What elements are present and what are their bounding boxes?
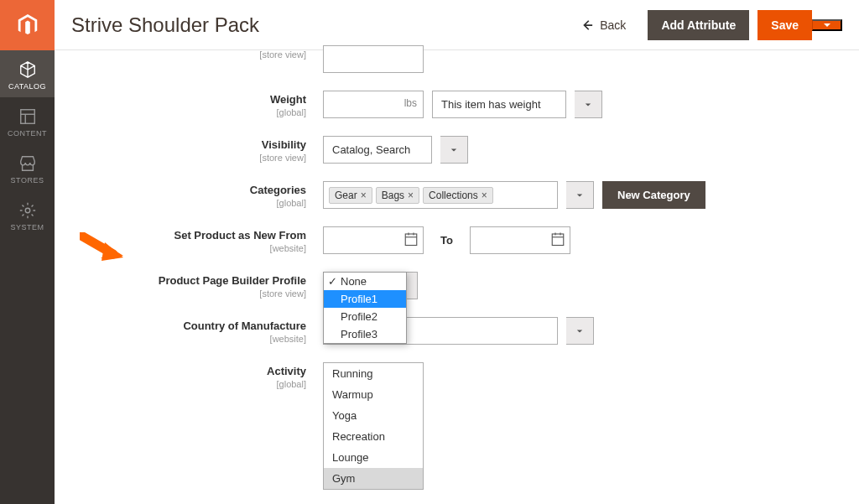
new-category-button[interactable]: New Category [602, 181, 705, 209]
scope-label: [global] [277, 198, 306, 208]
sidebar-item-system[interactable]: SYSTEM [0, 191, 55, 238]
weight-has-select[interactable]: This item has weight [432, 91, 566, 118]
sidebar-label-content: CONTENT [8, 129, 47, 138]
visibility-value: Catalog, Search [332, 143, 410, 156]
to-label: To [440, 234, 453, 247]
multiselect-option[interactable]: Yoga [324, 405, 423, 426]
categories-label: Categories [55, 184, 306, 196]
visibility-label: Visibility [55, 138, 306, 151]
arrow-left-icon [581, 19, 593, 31]
dropdown-option[interactable]: Profile3 [324, 325, 406, 343]
triangle-down-icon [450, 147, 457, 153]
svg-rect-4 [405, 234, 417, 246]
visibility-toggle[interactable] [440, 136, 468, 164]
scope-label: [store view] [259, 49, 306, 60]
pb-profile-dropdown: None Profile1 Profile2 Profile3 [323, 272, 407, 344]
categories-toggle[interactable] [566, 181, 594, 209]
scope-label: [global] [277, 379, 306, 389]
tag-remove-icon[interactable]: × [482, 190, 487, 201]
triangle-down-icon [576, 328, 583, 335]
scope-label: [website] [270, 334, 306, 344]
weight-has-toggle[interactable] [575, 91, 602, 118]
svg-rect-0 [20, 110, 34, 124]
back-button[interactable]: Back [568, 10, 639, 40]
categories-tags[interactable]: Gear× Bags× Collections× [323, 181, 558, 209]
calendar-icon[interactable] [550, 231, 565, 247]
triangle-down-icon [823, 21, 831, 29]
sidebar-label-stores: STORES [11, 176, 44, 184]
page-header: Strive Shoulder Pack Back Add Attribute … [55, 0, 859, 50]
gear-icon [18, 201, 37, 220]
triangle-down-icon [576, 192, 583, 199]
dropdown-option[interactable]: Profile1 [324, 290, 406, 308]
layout-icon [18, 107, 37, 126]
category-tag: Collections× [423, 187, 493, 204]
sidebar-label-system: SYSTEM [10, 223, 44, 231]
triangle-down-icon [585, 101, 591, 108]
scope-label: [store view] [259, 288, 306, 299]
sidebar-item-catalog[interactable]: CATALOG [0, 50, 55, 97]
tag-remove-icon[interactable]: × [408, 190, 414, 201]
main-content: Strive Shoulder Pack Back Add Attribute … [55, 0, 859, 504]
multiselect-option[interactable]: Warmup [324, 384, 423, 405]
scope-label: [website] [270, 243, 306, 253]
activity-multiselect[interactable]: Running Warmup Yoga Recreation Lounge Gy… [323, 362, 424, 490]
category-tag: Bags× [376, 187, 419, 204]
page-title: Strive Shoulder Pack [71, 13, 560, 37]
admin-sidebar: CATALOG CONTENT STORES SYSTEM [0, 0, 55, 504]
magento-logo[interactable] [0, 0, 55, 50]
add-attribute-button[interactable]: Add Attribute [648, 10, 749, 40]
visibility-select[interactable]: Catalog, Search [323, 136, 432, 164]
save-button[interactable]: Save [757, 10, 812, 40]
back-label: Back [600, 18, 626, 32]
prev-field-input[interactable] [323, 45, 424, 73]
pb-profile-label: Product Page Builder Profile [55, 274, 306, 287]
category-tag: Gear× [329, 187, 372, 204]
sidebar-label-catalog: CATALOG [8, 82, 46, 91]
scope-label: [global] [277, 107, 306, 117]
calendar-icon[interactable] [403, 231, 419, 247]
weight-label: Weight [55, 93, 306, 106]
multiselect-option[interactable]: Recreation [324, 426, 423, 447]
sidebar-item-content[interactable]: CONTENT [0, 97, 55, 144]
country-toggle[interactable] [566, 317, 594, 345]
weight-has-value: This item has weight [441, 98, 541, 111]
multiselect-option[interactable]: Gym [324, 468, 423, 489]
dropdown-option[interactable]: None [324, 273, 406, 290]
svg-point-3 [25, 208, 30, 213]
weight-unit: lbs [404, 97, 417, 109]
annotation-arrow-icon [80, 232, 126, 266]
multiselect-option[interactable]: Lounge [324, 447, 423, 468]
activity-label: Activity [55, 365, 306, 377]
multiselect-option[interactable]: Running [324, 363, 423, 384]
save-dropdown-toggle[interactable] [812, 19, 842, 31]
tag-remove-icon[interactable]: × [361, 190, 367, 201]
scope-label: [store view] [259, 153, 306, 163]
cube-icon [18, 60, 37, 79]
svg-rect-8 [552, 234, 564, 246]
country-label: Country of Manufacture [55, 320, 306, 332]
dropdown-option[interactable]: Profile2 [324, 308, 406, 325]
magento-icon [15, 13, 40, 38]
product-form: [store view] Weight [global] lbs This it… [55, 45, 859, 504]
sidebar-item-stores[interactable]: STORES [0, 144, 55, 191]
stores-icon [18, 154, 37, 173]
